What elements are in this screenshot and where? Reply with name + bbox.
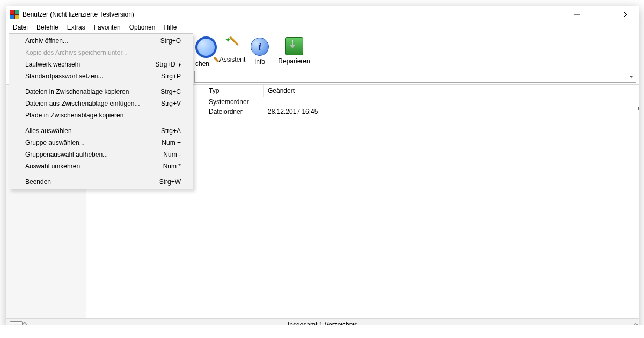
cell-type: Dateiordner xyxy=(204,108,264,115)
column-header-spacer xyxy=(321,85,639,97)
menu-bar: Datei Befehle Extras Favoriten Optionen … xyxy=(6,23,639,33)
menu-select-all[interactable]: Alles auswählen Strg+A xyxy=(10,125,192,137)
window-title: Benutzer (Nicht lizenzierte Testversion) xyxy=(23,11,134,18)
menu-change-drive[interactable]: Laufwerk wechseln Strg+D xyxy=(10,58,192,70)
menu-befehle[interactable]: Befehle xyxy=(32,23,63,33)
resize-grip-icon[interactable] xyxy=(631,323,638,325)
path-combo[interactable] xyxy=(194,71,636,83)
wand-icon xyxy=(224,36,241,54)
menu-datei[interactable]: Datei xyxy=(9,23,32,33)
close-button[interactable] xyxy=(614,6,639,23)
menu-save-copy: Kopie des Archivs speichern unter... xyxy=(10,47,192,58)
menu-separator xyxy=(24,123,191,123)
app-window: Benutzer (Nicht lizenzierte Testversion)… xyxy=(6,6,639,325)
menu-select-group[interactable]: Gruppe auswählen... Num + xyxy=(10,137,192,149)
menu-open-archive[interactable]: Archiv öffnen... Strg+O xyxy=(10,35,192,47)
menu-favoriten[interactable]: Favoriten xyxy=(90,23,125,33)
toolbar-search-label: chen xyxy=(195,60,209,68)
info-icon: i xyxy=(251,38,269,56)
menu-extras[interactable]: Extras xyxy=(63,23,90,33)
search-icon xyxy=(195,36,217,58)
cell-modified: 28.12.2017 16:45 xyxy=(264,108,321,115)
title-bar: Benutzer (Nicht lizenzierte Testversion) xyxy=(6,6,639,23)
column-header-type[interactable]: Typ xyxy=(204,85,264,97)
disk-icon xyxy=(10,321,23,325)
toolbar-repair-button[interactable]: Reparieren xyxy=(276,34,312,69)
toolbar-info-button[interactable]: i Info xyxy=(248,34,272,69)
menu-separator xyxy=(24,84,191,84)
cell-type: Systemordner xyxy=(204,98,264,106)
menu-paste-files[interactable]: Dateien aus Zwischenablage einfügen... S… xyxy=(10,98,192,109)
menu-hilfe[interactable]: Hilfe xyxy=(159,23,181,33)
toolbar-wizard-label: Assistent xyxy=(219,56,246,63)
menu-exit[interactable]: Beenden Strg+W xyxy=(10,176,192,188)
maximize-button[interactable] xyxy=(589,6,614,23)
menu-datei-dropdown: Archiv öffnen... Strg+O Kopie des Archiv… xyxy=(9,33,193,189)
menu-copy-files[interactable]: Dateien in Zwischenablage kopieren Strg+… xyxy=(10,86,192,98)
app-icon xyxy=(10,10,19,19)
toolbar-repair-label: Reparieren xyxy=(278,57,310,65)
toolbar-search-button[interactable]: chen xyxy=(194,34,217,69)
menu-copy-paths[interactable]: Pfade in Zwischenablage kopieren xyxy=(10,109,192,121)
menu-invert-selection[interactable]: Auswahl umkehren Num * xyxy=(10,160,192,172)
menu-set-password[interactable]: Standardpasswort setzen... Strg+P xyxy=(10,70,192,82)
repair-icon xyxy=(285,37,303,55)
column-header-modified[interactable]: Geändert xyxy=(264,85,321,97)
status-text: Insgesamt 1 Verzeichnis xyxy=(288,321,357,325)
toolbar-wizard-button[interactable]: Assistent xyxy=(217,34,248,69)
toolbar-separator xyxy=(274,36,274,65)
chevron-down-icon[interactable] xyxy=(626,71,636,82)
status-bar: Insgesamt 1 Verzeichnis xyxy=(6,318,639,325)
minimize-button[interactable] xyxy=(565,6,589,23)
svg-rect-0 xyxy=(599,12,604,17)
menu-separator xyxy=(24,174,191,174)
toolbar-info-label: Info xyxy=(254,58,265,65)
menu-optionen[interactable]: Optionen xyxy=(125,23,160,33)
menu-deselect-group[interactable]: Gruppenauswahl aufheben... Num - xyxy=(10,149,192,160)
